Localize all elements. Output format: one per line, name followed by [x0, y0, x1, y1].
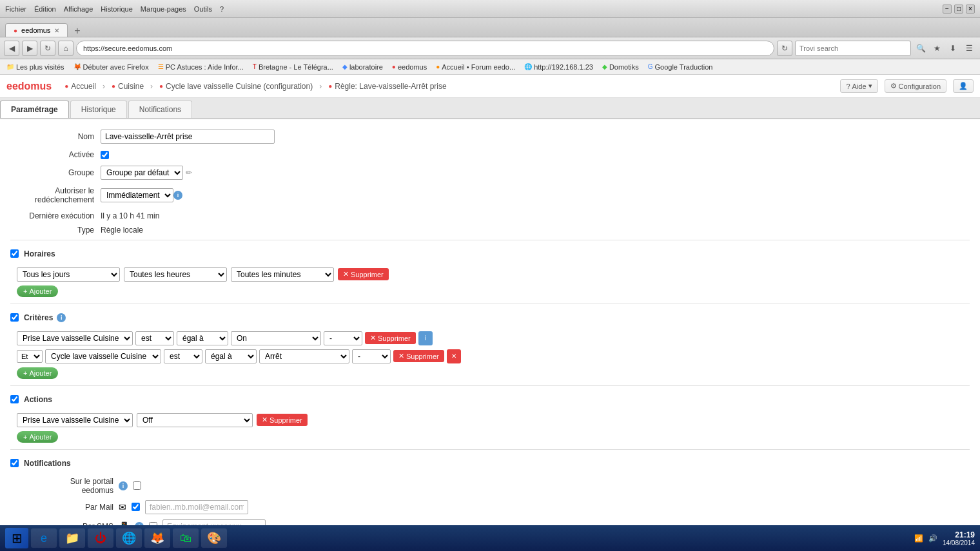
search-icon[interactable]: 🔍 [914, 41, 928, 55]
bookmark-icon[interactable]: ★ [930, 41, 944, 55]
menu-edition[interactable]: Édition [34, 5, 56, 13]
bookmark-domotiks[interactable]: ◆ Domotiks [600, 62, 642, 72]
back-button[interactable]: ◀ [4, 41, 19, 56]
taskbar-firefox[interactable]: 🦊 [144, 528, 170, 548]
criteria-device-2[interactable]: Cycle lave vaisselle Cuisine [45, 349, 161, 363]
taskbar-chrome[interactable]: 🌐 [116, 528, 142, 548]
taskbar-store[interactable]: 🛍 [173, 528, 199, 548]
criteria-extra-1[interactable]: - [324, 331, 362, 345]
breadcrumb-regle[interactable]: ● Règle: Lave-vaisselle-Arrêt prise [328, 82, 446, 91]
nom-row: Nom [10, 130, 970, 144]
criteres-checkbox[interactable] [10, 313, 19, 322]
criteria-delete-1[interactable]: ✕ Supprimer [365, 332, 416, 344]
criteria-connector-2[interactable]: Et [17, 350, 43, 363]
refresh-address-button[interactable]: ↻ [777, 41, 792, 56]
menu-help[interactable]: ? [220, 5, 224, 13]
taskbar-paint[interactable]: 🎨 [201, 528, 227, 548]
criteres-info-icon[interactable]: i [57, 313, 66, 322]
criteria-extra-2[interactable]: - [352, 349, 391, 363]
tab-parametrage[interactable]: Paramétrage [0, 101, 69, 118]
minimize-button[interactable]: − [943, 5, 952, 14]
taskbar-app3[interactable]: ⏻ [88, 528, 113, 548]
bookmark-firefox[interactable]: 🦊 Débuter avec Firefox [71, 62, 152, 72]
schedule-hours-select[interactable]: Toutes les heures [124, 267, 227, 282]
start-button[interactable]: ⊞ [5, 528, 28, 548]
bookmark-bretagne[interactable]: T Bretagne - Le Télégra... [250, 62, 336, 72]
download-icon[interactable]: ⬇ [946, 41, 960, 55]
bookmark-eedomus[interactable]: ● eedomus [389, 62, 429, 72]
configuration-button[interactable]: ⚙ Configuration [885, 79, 946, 93]
settings-icon[interactable]: ☰ [962, 41, 976, 55]
bookmark-ip[interactable]: 🌐 http://192.168.1.23 [522, 62, 596, 72]
horaires-add-button[interactable]: + Ajouter [17, 285, 58, 297]
taskbar-explorer[interactable]: 📁 [59, 528, 85, 548]
maximize-button[interactable]: □ [954, 5, 963, 14]
close-button[interactable]: × [966, 5, 975, 14]
breadcrumb-cuisine[interactable]: ● Cuisine [112, 82, 144, 91]
autoriser-info-icon[interactable]: i [173, 191, 182, 200]
tab-close-button[interactable]: ✕ [54, 27, 59, 34]
breadcrumb-cycle[interactable]: ● Cycle lave vaisselle Cuisine (configur… [159, 82, 313, 91]
home-button[interactable]: ⌂ [58, 41, 74, 56]
bookmark-labo[interactable]: ◆ laboratoire [340, 62, 386, 72]
new-tab-button[interactable]: + [70, 25, 84, 37]
nom-input[interactable] [101, 130, 275, 144]
bookmark-forum[interactable]: ● Accueil • Forum eedo... [433, 62, 518, 72]
criteria-delete-2[interactable]: ✕ Supprimer [393, 350, 444, 362]
action-device-select[interactable]: Prise Lave vaisselle Cuisine [17, 413, 133, 427]
criteria-del-btn-2[interactable]: ✕ [447, 349, 461, 363]
aide-button[interactable]: ? Aide ▾ [840, 79, 877, 93]
action-value-select[interactable]: Off [137, 413, 253, 427]
address-bar[interactable] [76, 41, 774, 56]
tab-historique[interactable]: Historique [70, 101, 127, 118]
notif-portal-row: Sur le portail eedomus i [10, 477, 970, 495]
menu-outils[interactable]: Outils [194, 5, 212, 13]
actions-checkbox[interactable] [10, 395, 19, 403]
notif-mail-checkbox[interactable] [132, 503, 140, 511]
menu-historique[interactable]: Historique [101, 5, 133, 13]
forward-button[interactable]: ▶ [22, 41, 37, 56]
browser-tab[interactable]: ● eedomus ✕ [5, 23, 68, 37]
schedule-days-select[interactable]: Tous les jours [17, 267, 120, 282]
action-delete-button[interactable]: ✕ Supprimer [257, 414, 308, 426]
taskbar-ie[interactable]: e [31, 528, 57, 548]
browser-navbar: ◀ ▶ ↻ ⌂ ↻ 🔍 ★ ⬇ ☰ [0, 37, 980, 59]
tab-notifications[interactable]: Notifications [128, 101, 192, 118]
criteria-op1-1[interactable]: est [135, 331, 174, 345]
breadcrumb-separator: › [103, 82, 105, 91]
activee-checkbox[interactable] [101, 151, 109, 159]
bookmark-google-trad[interactable]: G Google Traduction [645, 62, 716, 72]
actions-add-button[interactable]: + Ajouter [17, 431, 58, 443]
bookmark-pcastuces[interactable]: ☰ PC Astuces : Aide Infor... [155, 62, 246, 72]
notifications-checkbox[interactable] [10, 459, 19, 467]
schedule-delete-button[interactable]: ✕ Supprimer [338, 268, 389, 280]
menu-fichier[interactable]: Fichier [5, 5, 26, 13]
groupe-select[interactable]: Groupe par défaut [101, 166, 183, 180]
criteres-add-button[interactable]: + Ajouter [17, 367, 58, 379]
menu-marquepages[interactable]: Marque-pages [141, 5, 186, 13]
action-row: Prise Lave vaisselle Cuisine Off ✕ Suppr… [10, 413, 970, 427]
criteria-value-1[interactable]: On [231, 331, 321, 345]
notif-mail-input[interactable] [145, 500, 248, 514]
notif-portal-checkbox[interactable] [133, 481, 141, 490]
taskbar-volume-icon: 🔊 [928, 534, 937, 543]
criteria-op2-2[interactable]: égal à [205, 349, 257, 363]
refresh-button[interactable]: ↻ [40, 41, 55, 56]
groupe-edit-icon[interactable]: ✏ [186, 168, 192, 177]
delete-icon: ✕ [343, 270, 349, 278]
notif-portal-info-icon[interactable]: i [119, 481, 128, 490]
menu-affichage[interactable]: Affichage [64, 5, 93, 13]
horaires-checkbox[interactable] [10, 249, 19, 258]
search-input[interactable] [795, 41, 911, 56]
bookmark-plus-visites[interactable]: 📁 Les plus visités [4, 62, 67, 72]
criteria-value-2[interactable]: Arrêt [259, 349, 349, 363]
schedule-minutes-select[interactable]: Toutes les minutes [231, 267, 334, 282]
criteria-device-1[interactable]: Prise Lave vaisselle Cuisine [17, 331, 133, 345]
taskbar-right: 📶 🔊 21:19 14/08/2014 [914, 530, 975, 546]
criteria-op2-1[interactable]: égal à [177, 331, 228, 345]
user-button[interactable]: 👤 [953, 79, 974, 93]
breadcrumb-accueil[interactable]: ● Accueil [64, 82, 96, 91]
criteria-op1-2[interactable]: est [164, 349, 202, 363]
autoriser-select[interactable]: Immédiatement [101, 188, 173, 202]
criteria-info-btn-1[interactable]: i [418, 331, 433, 345]
